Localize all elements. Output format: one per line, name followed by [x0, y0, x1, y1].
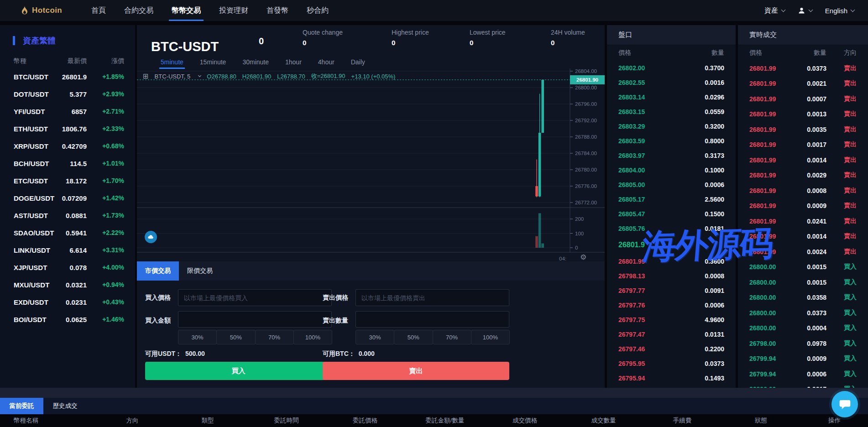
market-row[interactable]: DOT/USDT5.377+2.93% — [0, 85, 135, 103]
sell-percent-button[interactable]: 70% — [433, 330, 471, 344]
trade-row[interactable]: 26800.000.0373買入 — [738, 305, 868, 321]
buy-percent-button[interactable]: 100% — [293, 330, 332, 344]
trade-row[interactable]: 26801.990.0014賣出 — [738, 152, 868, 168]
market-row[interactable]: SDAO/USDT0.5941+2.22% — [0, 224, 135, 241]
market-row[interactable]: BOI/USDT0.0625+1.46% — [0, 311, 135, 328]
sell-percent-button[interactable]: 100% — [471, 330, 510, 344]
orders-tab[interactable]: 歷史成交 — [43, 398, 87, 414]
buy-percent-button[interactable]: 50% — [216, 330, 255, 344]
trade-row[interactable]: 26801.990.0008賣出 — [738, 183, 868, 198]
market-row[interactable]: LINK/USDT6.614+3.31% — [0, 241, 135, 259]
bid-row[interactable]: 26795.940.1493 — [607, 371, 736, 385]
chart-settings-icon[interactable]: ⚙ — [580, 253, 586, 261]
trade-row[interactable]: 26801.990.0014賣出 — [738, 229, 868, 245]
chart-symbol-label[interactable]: BTC-USDT, 5 — [155, 73, 191, 80]
trade-row[interactable]: 26801.990.0373賣出 — [738, 61, 868, 76]
compare-add-icon[interactable]: ⊞ — [143, 72, 149, 80]
trade-row[interactable]: 26801.990.0017賣出 — [738, 137, 868, 153]
trade-row[interactable]: 26801.990.0007賣出 — [738, 91, 868, 107]
market-row[interactable]: ETC/USDT18.172+1.70% — [0, 172, 135, 189]
bid-row[interactable]: 26797.770.0091 — [607, 283, 736, 298]
sell-percent-button[interactable]: 50% — [394, 330, 433, 344]
ask-row[interactable]: 26805.760.0181 — [607, 221, 736, 236]
market-row[interactable]: DOGE/USDT0.07209+1.42% — [0, 189, 135, 207]
timeframe-tab[interactable]: 30minute — [242, 55, 269, 69]
bid-row[interactable]: 26797.754.9600 — [607, 312, 736, 327]
timeframe-tab[interactable]: 5minute — [161, 55, 183, 69]
timeframe-tab[interactable]: 15minute — [200, 55, 226, 69]
ask-row[interactable]: 26805.172.5600 — [607, 192, 736, 207]
nav-item[interactable]: 幣幣交易 — [172, 0, 201, 21]
sell-percent-button[interactable]: 30% — [356, 330, 394, 344]
trade-row[interactable]: 26800.000.0358買入 — [738, 290, 868, 306]
market-row[interactable]: YFI/USDT6857+2.71% — [0, 103, 135, 120]
market-row[interactable]: BTC/USDT26801.9+1.85% — [0, 68, 135, 85]
order-type-tab[interactable]: 市價交易 — [137, 261, 179, 281]
ask-row[interactable]: 26805.000.0006 — [607, 177, 736, 192]
trade-side: 買入 — [826, 370, 857, 378]
trade-row[interactable]: 26801.990.0035賣出 — [738, 122, 868, 137]
chart-logo-icon[interactable] — [145, 231, 157, 243]
candlestick-chart[interactable]: 26804.0026800.0026796.0026792.0026788.00… — [137, 68, 605, 269]
trade-row[interactable]: 26800.000.0015買入 — [738, 275, 868, 290]
orders-column-header: 類型 — [169, 417, 246, 425]
trade-row[interactable]: 26801.990.0029賣出 — [738, 168, 868, 183]
trade-row[interactable]: 26799.940.0006買入 — [738, 366, 868, 382]
ask-row[interactable]: 26803.140.0296 — [607, 90, 736, 104]
bid-row[interactable]: 26801.990.3600 — [607, 254, 736, 269]
ask-row[interactable]: 26804.000.1000 — [607, 163, 736, 177]
buy-price-input[interactable] — [178, 289, 332, 306]
nav-item[interactable]: 合約交易 — [124, 0, 153, 21]
bid-row[interactable]: 26797.470.0131 — [607, 327, 736, 342]
trade-row[interactable]: 26800.000.0015買入 — [738, 260, 868, 275]
buy-amount-input[interactable] — [178, 311, 332, 328]
trade-row[interactable]: 26798.000.0978買入 — [738, 336, 868, 351]
ask-row[interactable]: 26802.550.0016 — [607, 75, 736, 90]
ask-row[interactable]: 26803.590.8000 — [607, 134, 736, 148]
chat-button[interactable] — [831, 391, 858, 417]
order-type-tab[interactable]: 限價交易 — [179, 261, 221, 281]
market-row[interactable]: ETH/USDT1806.76+2.33% — [0, 120, 135, 137]
ask-row[interactable]: 26803.150.0559 — [607, 104, 736, 119]
nav-item[interactable]: 首發幣 — [267, 0, 288, 21]
market-row[interactable]: BCH/USDT114.5+1.01% — [0, 155, 135, 172]
buy-percent-button[interactable]: 30% — [178, 330, 217, 344]
market-row[interactable]: AST/USDT0.0881+1.73% — [0, 207, 135, 224]
bid-row[interactable]: 26798.130.0008 — [607, 269, 736, 283]
nav-item[interactable]: 秒合約 — [307, 0, 329, 21]
timeframe-tab[interactable]: Daily — [351, 55, 365, 69]
orders-tab[interactable]: 當前委託 — [0, 398, 43, 414]
market-row[interactable]: XJP/USDT0.078+4.00% — [0, 259, 135, 276]
buy-button[interactable]: 買入 — [145, 362, 332, 380]
buy-percent-button[interactable]: 70% — [255, 330, 294, 344]
nav-item[interactable]: 首頁 — [91, 0, 106, 21]
sell-amount-input[interactable] — [356, 311, 509, 328]
nav-item[interactable]: 投资理财 — [219, 0, 248, 21]
market-row[interactable]: EXD/USDT0.0231+0.43% — [0, 293, 135, 311]
ask-row[interactable]: 26803.290.3200 — [607, 119, 736, 134]
trade-row[interactable]: 26801.990.0009賣出 — [738, 198, 868, 214]
trade-row[interactable]: 26800.000.0004買入 — [738, 321, 868, 336]
bid-row[interactable]: 26795.950.0373 — [607, 356, 736, 371]
trade-row[interactable]: 26801.990.0024賣出 — [738, 244, 868, 260]
ask-row[interactable]: 26803.970.3173 — [607, 148, 736, 163]
brand-logo[interactable]: Hotcoin — [21, 6, 62, 15]
user-menu[interactable] — [798, 7, 812, 15]
timeframe-tab[interactable]: 4hour — [318, 55, 335, 69]
sell-button[interactable]: 賣出 — [323, 362, 509, 380]
sell-price-input[interactable] — [356, 289, 509, 306]
bid-qty: 0.0008 — [705, 272, 724, 280]
assets-menu[interactable]: 資産 — [764, 6, 785, 15]
bid-row[interactable]: 26797.760.0006 — [607, 298, 736, 312]
trade-row[interactable]: 26801.990.0241賣出 — [738, 214, 868, 229]
timeframe-tab[interactable]: 1hour — [285, 55, 302, 69]
trade-row[interactable]: 26799.940.0009買入 — [738, 351, 868, 367]
trade-row[interactable]: 26801.990.0013賣出 — [738, 107, 868, 122]
bid-row[interactable]: 26797.460.2200 — [607, 342, 736, 356]
ask-row[interactable]: 26802.000.3700 — [607, 61, 736, 75]
trade-row[interactable]: 26801.990.0021賣出 — [738, 76, 868, 92]
language-menu[interactable]: English — [825, 7, 854, 15]
market-row[interactable]: MXU/USDT0.0321+0.94% — [0, 276, 135, 293]
market-row[interactable]: XRP/USDT0.42709+0.68% — [0, 137, 135, 155]
ask-row[interactable]: 26805.470.1500 — [607, 207, 736, 221]
